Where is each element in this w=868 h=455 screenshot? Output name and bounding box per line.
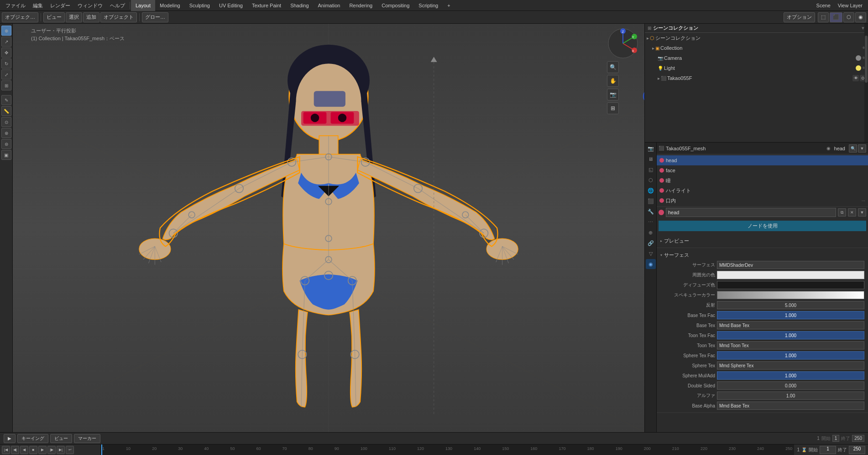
prop-icon-object[interactable]: ⬛: [646, 196, 656, 206]
material-item-mouth[interactable]: 口内 ···: [657, 196, 868, 206]
toon-tex-fac-value[interactable]: 1.000: [717, 331, 864, 339]
tl-play-back[interactable]: ◀: [20, 446, 28, 454]
end-frame[interactable]: 250: [852, 435, 864, 442]
prop-icon-world[interactable]: 🌐: [646, 185, 656, 196]
tl-step-fwd[interactable]: |▶: [47, 446, 56, 454]
specular-color-swatch[interactable]: [717, 291, 864, 299]
tl-loop[interactable]: ↩: [66, 446, 74, 454]
sphere-mul-value[interactable]: 1.000: [717, 371, 864, 380]
menu-help[interactable]: ヘルプ: [106, 0, 129, 11]
prop-search-icon[interactable]: 🔍: [849, 144, 857, 153]
sphere-tex-fac-value[interactable]: 1.000: [717, 351, 864, 360]
tl-stop[interactable]: ■: [29, 446, 37, 454]
prop-icon-physics[interactable]: ⊕: [646, 228, 656, 238]
surface-shader-value[interactable]: MMDShaderDev: [717, 261, 864, 269]
options-btn[interactable]: オプション: [784, 12, 815, 22]
tl-jump-start[interactable]: |◀: [2, 446, 10, 454]
menu-file[interactable]: ファイル: [2, 0, 29, 11]
use-nodes-btn[interactable]: ノードを使用: [659, 221, 866, 231]
toon-tex-value[interactable]: Mmd Toon Tex: [717, 341, 864, 349]
marker-btn[interactable]: マーカー: [74, 434, 100, 443]
prop-icon-view-layer[interactable]: ◱: [646, 164, 656, 175]
tool-rotate[interactable]: ↻: [1, 58, 11, 69]
tab-animation[interactable]: Animation: [314, 0, 345, 11]
tl-jump-end[interactable]: ▶|: [57, 446, 65, 454]
material-item-pupil[interactable]: 瞳: [657, 175, 868, 185]
tab-texture-paint[interactable]: Texture Paint: [247, 0, 286, 11]
sphere-tex-value[interactable]: Mmd Sphere Tex: [717, 361, 864, 370]
tab-compositing[interactable]: Compositing: [377, 0, 414, 11]
tool-annotate[interactable]: ✎: [1, 95, 11, 105]
tool-extra2[interactable]: ⊛: [1, 128, 11, 138]
prop-icon-material[interactable]: ◉: [646, 259, 656, 269]
tab-rendering[interactable]: Rendering: [345, 0, 377, 11]
prop-icon-constraints[interactable]: 🔗: [646, 238, 656, 248]
viewport-grid-icon[interactable]: ⊞: [607, 102, 619, 114]
reflect-value[interactable]: 5.000: [717, 301, 864, 309]
base-tex-fac-value[interactable]: 1.000: [717, 311, 864, 319]
mat-delete-btn[interactable]: ✕: [848, 208, 856, 217]
viewport-gizmo[interactable]: X Y Z: [607, 27, 639, 59]
viewport-pan-icon[interactable]: ✋: [607, 75, 619, 87]
tool-move[interactable]: ✥: [1, 48, 11, 58]
tl-step-back[interactable]: ◀|: [11, 446, 19, 454]
playback-btn[interactable]: ▶: [4, 434, 16, 443]
diffuse-color-swatch[interactable]: [717, 281, 864, 289]
tab-modeling[interactable]: Modeling: [155, 0, 185, 11]
mat-copy-btn[interactable]: ⧉: [838, 208, 846, 217]
tab-scripting[interactable]: Scripting: [414, 0, 443, 11]
viewport-camera-icon[interactable]: 📷: [607, 89, 619, 101]
tool-cursor[interactable]: ⊕: [1, 26, 11, 36]
prop-icon-scene[interactable]: ⬡: [646, 175, 656, 185]
tool-extra1[interactable]: ⊙: [1, 117, 11, 127]
material-item-face[interactable]: face: [657, 165, 868, 175]
tool-select[interactable]: ↗: [1, 37, 11, 47]
double-sided-value[interactable]: 0.000: [717, 381, 864, 390]
mat-settings-btn[interactable]: ▼: [858, 208, 866, 217]
tool-measure[interactable]: 📏: [1, 106, 11, 116]
outliner-scrollbar[interactable]: [864, 24, 868, 142]
prop-filter-icon[interactable]: ▼: [858, 144, 866, 153]
viewport-zoom-icon[interactable]: 🔍: [607, 61, 619, 73]
prop-icon-data[interactable]: ▽: [646, 249, 656, 259]
start-frame[interactable]: 1: [832, 435, 840, 442]
ambient-color-swatch[interactable]: [717, 271, 864, 279]
prop-icon-render[interactable]: 📷: [646, 143, 656, 153]
add-menu[interactable]: 追加: [83, 12, 99, 22]
prop-icon-particles[interactable]: ⋯: [646, 217, 656, 227]
tab-shading[interactable]: Shading: [286, 0, 313, 11]
outliner-scene-collection[interactable]: ▸ ⬡ シーンコレクション: [645, 33, 868, 43]
viewport-shade-solid[interactable]: ⬛: [830, 12, 842, 22]
outliner-scrollbar-thumb[interactable]: [865, 36, 868, 83]
surface-header[interactable]: ▾ サーフェス: [659, 250, 866, 260]
tool-scale[interactable]: ⤢: [1, 69, 11, 79]
tool-extra3[interactable]: ⊜: [1, 139, 11, 149]
tl-end-val[interactable]: 250: [849, 446, 865, 454]
viewport-shade-material[interactable]: ⬡: [843, 12, 854, 22]
menu-window[interactable]: ウィンドウ: [74, 0, 106, 11]
material-item-highlight[interactable]: ハイライト: [657, 185, 868, 196]
outliner-light[interactable]: 💡 Light 👁: [656, 63, 868, 73]
playhead[interactable]: [101, 444, 102, 455]
timeline-track[interactable]: 1 10 20 30 40 50 60 70 80 90 100 110 120…: [100, 444, 794, 455]
outliner-collection[interactable]: ▸ ▣ Collection 👁: [650, 43, 868, 53]
tool-transform[interactable]: ⊞: [1, 80, 11, 90]
global-btn[interactable]: グロー…: [142, 12, 168, 22]
keying-btn[interactable]: キーイング: [17, 434, 48, 443]
prop-icon-modifier[interactable]: 🔧: [646, 206, 656, 217]
tab-uv-editing[interactable]: UV Editing: [214, 0, 247, 11]
current-material-name-input[interactable]: [666, 208, 836, 217]
viewport-shade-render[interactable]: ◉: [855, 12, 866, 22]
menu-edit[interactable]: 編集: [29, 0, 47, 11]
menu-render[interactable]: レンダー: [47, 0, 74, 11]
base-alpha-value[interactable]: Mmd Base Tex: [717, 402, 864, 410]
viewport-shade-wire[interactable]: ⬚: [818, 12, 829, 22]
mode-selector[interactable]: オブジェク…: [2, 12, 38, 22]
prop-icon-output[interactable]: 🖥: [646, 154, 656, 164]
view-menu[interactable]: ビュー: [43, 12, 65, 22]
tab-sculpting[interactable]: Sculpting: [185, 0, 214, 11]
object-menu[interactable]: オブジェクト: [100, 12, 137, 22]
tl-play[interactable]: ▶: [38, 446, 47, 454]
preview-header[interactable]: ▸ プレビュー: [659, 236, 866, 246]
takao-vis-icon[interactable]: 👁: [852, 75, 859, 81]
